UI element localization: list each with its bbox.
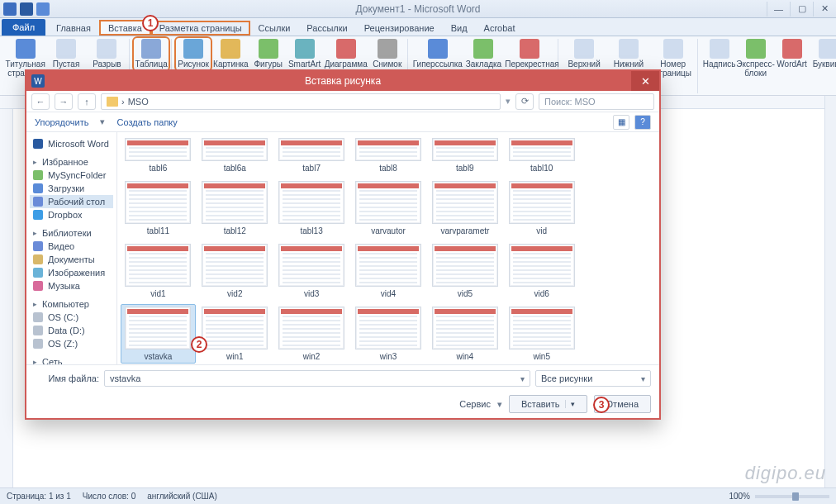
back-button[interactable]: ← [31, 93, 50, 110]
file-item[interactable]: tabl13 [274, 178, 349, 238]
tab-acrobat[interactable]: Acrobat [476, 21, 524, 36]
file-name: vid1 [150, 289, 165, 298]
sidebar-video[interactable]: Видео [30, 240, 113, 253]
status-page[interactable]: Страница: 1 из 1 [7, 492, 71, 501]
ruler-vertical[interactable] [0, 109, 13, 487]
sidebar-microsoft-word[interactable]: Microsoft Word [30, 137, 113, 150]
sidebar-favorites[interactable]: Избранное [30, 155, 113, 169]
sidebar-libraries[interactable]: Библиотеки [30, 226, 113, 240]
filter-select[interactable]: Все рисунки [535, 370, 651, 387]
zoom-slider[interactable] [755, 495, 829, 498]
sidebar-pictures[interactable]: Изображения [30, 266, 113, 279]
sidebar-dropbox[interactable]: Dropbox [30, 208, 113, 221]
chart-button[interactable]: Диаграмма [325, 39, 368, 69]
undo-button[interactable] [36, 2, 50, 16]
tab-insert[interactable]: Вставка [99, 20, 151, 36]
file-item[interactable]: vstavka [121, 304, 196, 364]
forward-button[interactable]: → [55, 93, 73, 110]
sidebar-documents[interactable]: Документы [30, 253, 113, 266]
sidebar-computer[interactable]: Компьютер [30, 297, 113, 311]
help-button[interactable]: ? [634, 115, 651, 130]
sidebar-music[interactable]: Музыка [30, 279, 113, 292]
file-item[interactable]: tabl12 [197, 178, 273, 238]
watermark: digipo.eu [745, 463, 826, 484]
tab-home[interactable]: Главная [48, 21, 99, 36]
shapes-button[interactable]: Фигуры [252, 39, 285, 69]
file-item[interactable]: tabl7 [274, 136, 349, 175]
path-segment[interactable]: MSO [128, 97, 149, 107]
file-item[interactable]: tabl6 [121, 136, 196, 175]
hyperlink-button[interactable]: Гиперссылка [413, 39, 463, 69]
maximize-button[interactable]: ▢ [790, 2, 813, 17]
tab-review[interactable]: Рецензирование [356, 21, 443, 36]
tab-view[interactable]: Вид [443, 21, 476, 36]
close-window-button[interactable]: ✕ [813, 2, 836, 17]
file-item[interactable]: vid3 [274, 241, 349, 301]
file-item[interactable]: win4 [427, 304, 502, 364]
sidebar-mysync[interactable]: MySyncFolder [30, 169, 113, 182]
screenshot-button[interactable]: Снимок [371, 39, 404, 69]
file-item[interactable]: tabl10 [504, 136, 579, 175]
dialog-close-button[interactable]: ✕ [631, 71, 659, 91]
file-item[interactable]: vid [504, 178, 579, 238]
status-words[interactable]: Число слов: 0 [83, 492, 135, 501]
insert-button[interactable]: Вставить [509, 395, 587, 413]
view-button[interactable]: ▦ [613, 115, 629, 130]
file-item[interactable]: vid5 [427, 241, 502, 301]
file-thumbnail [509, 138, 575, 161]
dialog-title-bar[interactable]: W Вставка рисунка ✕ [26, 71, 659, 91]
clipart-button[interactable]: Картинка [213, 39, 249, 69]
file-item[interactable]: tabl11 [121, 178, 196, 238]
tab-mailings[interactable]: Рассылки [298, 21, 355, 36]
path-bar[interactable]: › MSO [101, 93, 501, 110]
tab-layout[interactable]: Разметка страницы [151, 21, 250, 36]
organize-menu[interactable]: Упорядочить [35, 117, 88, 127]
file-item[interactable]: varvautor [351, 178, 426, 238]
refresh-button[interactable]: ⟳ [515, 93, 534, 110]
file-item[interactable]: win3 [351, 304, 426, 364]
file-item[interactable]: tabl8 [351, 136, 426, 175]
file-item[interactable]: vid2 [197, 241, 273, 301]
save-button[interactable] [20, 2, 33, 16]
file-item[interactable]: vid6 [504, 241, 579, 301]
sidebar-drive-z[interactable]: OS (Z:) [30, 337, 113, 350]
up-button[interactable]: ↑ [78, 93, 96, 110]
picture-button[interactable]: Рисунок [177, 39, 210, 69]
smartart-button[interactable]: SmartArt [288, 39, 321, 69]
bookmark-button[interactable]: Закладка [466, 39, 501, 69]
search-input[interactable]: Поиск: MSO [539, 93, 654, 110]
sidebar-network[interactable]: Сеть [30, 355, 113, 364]
file-item[interactable]: vid4 [351, 241, 426, 301]
dialog-body: Microsoft Word Избранное MySyncFolder За… [26, 132, 659, 364]
tools-menu[interactable]: Сервис [459, 399, 491, 409]
filename-input[interactable]: vstavka [104, 370, 530, 387]
sidebar-drive-d[interactable]: Data (D:) [30, 324, 113, 337]
file-item[interactable]: varvparametr [427, 178, 502, 238]
file-item[interactable]: vid1 [121, 241, 196, 301]
sidebar-desktop[interactable]: Рабочий стол [30, 195, 113, 208]
file-item[interactable]: tabl6a [197, 136, 273, 175]
minimize-button[interactable]: — [767, 2, 790, 17]
quickparts-button[interactable]: Экспресс-блоки [739, 39, 772, 78]
tab-file[interactable]: Файл [2, 19, 45, 36]
file-item[interactable]: tabl9 [427, 136, 502, 175]
dropcap-button[interactable]: Буквица [812, 39, 836, 69]
file-thumbnail [278, 307, 344, 349]
app-icon[interactable] [3, 2, 17, 16]
file-item[interactable]: win5 [504, 304, 579, 364]
scrollbar-vertical[interactable] [824, 96, 836, 487]
textbox-button[interactable]: Надпись [703, 39, 736, 69]
tab-links[interactable]: Ссылки [250, 21, 299, 36]
new-folder-button[interactable]: Создать папку [116, 117, 177, 127]
word-icon: W [31, 74, 45, 88]
status-lang[interactable]: английский (США) [147, 492, 217, 501]
wordart-button[interactable]: WordArt [776, 39, 809, 69]
sidebar-drive-c[interactable]: OS (C:) [30, 311, 113, 324]
file-item[interactable]: win1 [197, 304, 273, 364]
file-item[interactable]: win2 [274, 304, 349, 364]
table-button[interactable]: Таблица [135, 39, 168, 69]
file-list[interactable]: tabl6tabl6atabl7tabl8tabl9tabl10tabl11ta… [117, 132, 659, 364]
cancel-button[interactable]: Отмена [594, 395, 651, 413]
sidebar-downloads[interactable]: Загрузки [30, 182, 113, 195]
zoom-value[interactable]: 100% [729, 492, 750, 501]
